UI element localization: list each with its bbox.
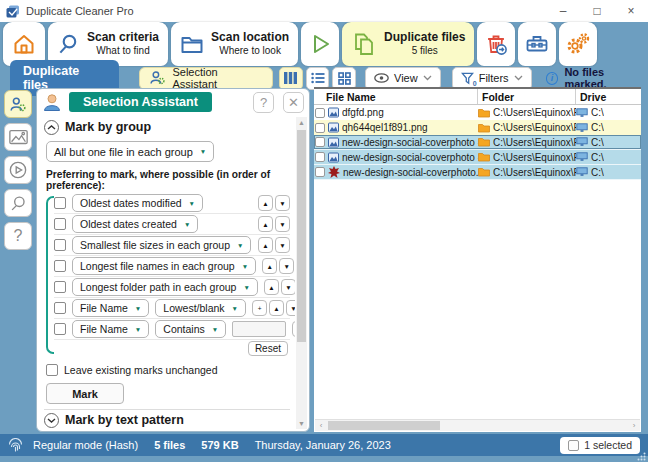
mode-text: Regular mode (Hash) xyxy=(33,439,138,451)
preference-checkbox[interactable] xyxy=(54,281,66,293)
scroll-left-button[interactable]: ‹ xyxy=(315,420,327,431)
mark-by-group-header[interactable]: Mark by group xyxy=(44,117,290,137)
row-checkbox[interactable] xyxy=(315,123,325,133)
preference-option-dropdown[interactable]: Oldest dates modified▼ xyxy=(72,194,203,212)
horizontal-scrollbar[interactable]: ‹ › xyxy=(315,419,640,431)
sidebar-item-help[interactable]: ? xyxy=(4,222,32,250)
field-dropdown[interactable]: File Name▼ xyxy=(72,299,149,317)
column-header-folder[interactable]: Folder xyxy=(478,89,576,104)
field-dropdown[interactable]: File Name▼ xyxy=(72,320,149,338)
preference-checkbox[interactable] xyxy=(54,323,66,335)
chevron-down-icon: ▼ xyxy=(242,263,248,270)
selection-assistant-button-label: Selection Assistant xyxy=(172,66,263,90)
move-down-button[interactable]: ▼ xyxy=(275,237,290,253)
scrollbar-thumb[interactable] xyxy=(328,421,440,430)
move-down-button[interactable]: ▼ xyxy=(281,279,295,295)
move-up-button[interactable]: ▲ xyxy=(262,258,277,274)
drive-icon xyxy=(576,167,588,177)
add-criteria-button[interactable]: + xyxy=(252,300,267,316)
tab-scan-criteria-subtitle: What to find xyxy=(87,45,159,57)
image-file-icon xyxy=(328,137,339,148)
comparator-dropdown[interactable]: Contains▼ xyxy=(155,320,226,338)
detail-view-button[interactable] xyxy=(279,67,303,90)
column-header-file-name[interactable]: File Name xyxy=(314,89,478,104)
add-criteria-button[interactable]: + xyxy=(292,321,295,337)
move-up-button[interactable]: ▲ xyxy=(258,195,273,211)
move-down-button[interactable]: ▼ xyxy=(275,216,290,232)
tab-duplicate-files[interactable]: Duplicate files 5 files xyxy=(342,22,474,66)
collapse-section-icon[interactable] xyxy=(44,120,59,135)
preference-option-dropdown[interactable]: Longest file names in each group▼ xyxy=(72,257,256,275)
image-icon xyxy=(9,129,28,145)
close-button[interactable]: × xyxy=(614,0,648,22)
group-rule-dropdown[interactable]: All but one file in each group ▼ xyxy=(46,141,214,162)
reset-button[interactable]: Reset xyxy=(248,341,288,356)
mark-by-text-pattern-section[interactable]: Mark by text pattern xyxy=(44,409,290,430)
minimize-button[interactable]: – xyxy=(546,0,580,22)
tab-file-removal[interactable] xyxy=(477,22,515,66)
preference-row: Longest file names in each group▼ ▲▼ xyxy=(54,256,290,277)
move-up-button[interactable]: ▲ xyxy=(258,237,273,253)
sidebar-item-image-preview[interactable] xyxy=(4,123,32,151)
preference-checkbox[interactable] xyxy=(54,239,66,251)
tab-run-scan[interactable] xyxy=(301,22,339,66)
sidebar-item-search[interactable] xyxy=(4,189,32,217)
move-up-button[interactable]: ▲ xyxy=(258,216,273,232)
move-down-button[interactable]: ▼ xyxy=(279,258,294,274)
scroll-right-button[interactable]: › xyxy=(628,420,640,431)
maximize-button[interactable]: □ xyxy=(580,0,614,22)
panel-help-button[interactable]: ? xyxy=(253,92,274,113)
comparator-dropdown[interactable]: Lowest/blank▼ xyxy=(155,299,246,317)
total-size: 579 KB xyxy=(201,439,238,451)
row-checkbox[interactable] xyxy=(315,152,325,162)
file-row[interactable]: dfgfd.png C:\Users\Equinox\Pictures\ C:\ xyxy=(314,105,641,120)
row-checkbox[interactable] xyxy=(315,137,325,147)
selection-assistant-button[interactable]: Selection Assistant xyxy=(139,67,273,90)
sidebar-item-play-media[interactable] xyxy=(4,156,32,184)
file-row[interactable]: new-design-social-coverphoto.webp C:\Use… xyxy=(314,165,641,180)
row-checkbox[interactable] xyxy=(315,108,325,118)
move-down-button[interactable]: ▼ xyxy=(275,195,290,211)
tab-settings[interactable] xyxy=(559,22,597,66)
help-icon: ? xyxy=(14,227,23,245)
preference-option-dropdown[interactable]: Longest folder path in each group▼ xyxy=(72,278,258,296)
scroll-down-button[interactable]: ▼ xyxy=(296,418,307,429)
resize-grip[interactable] xyxy=(637,452,646,461)
tab-duplicate-files-subtitle: 5 files xyxy=(384,45,465,57)
move-up-button[interactable]: ▲ xyxy=(264,279,279,295)
selection-checkbox[interactable] xyxy=(568,440,579,451)
panel-scrollbar[interactable]: ▲ ▼ xyxy=(296,117,307,429)
panel-close-button[interactable]: ✕ xyxy=(283,92,304,113)
status-bar: Regular mode (Hash) 5 files 579 KB Thurs… xyxy=(0,434,648,456)
preference-checkbox[interactable] xyxy=(54,218,66,230)
funnel-icon: 0 xyxy=(461,72,474,85)
file-row[interactable]: new-design-social-coverphoto - Copy (2).… xyxy=(314,135,641,150)
row-checkbox[interactable] xyxy=(315,167,325,177)
preference-option-dropdown[interactable]: Oldest dates created▼ xyxy=(72,215,198,233)
preference-option-dropdown[interactable]: Smallest file sizes in each group▼ xyxy=(72,236,251,254)
preference-checkbox[interactable] xyxy=(54,302,66,314)
chevron-down-icon: ▼ xyxy=(232,305,238,312)
sidebar-item-selection-assistant[interactable] xyxy=(4,90,32,118)
preference-row: File Name▼ Contains▼ +▲▼ xyxy=(54,319,290,340)
expand-section-icon[interactable] xyxy=(44,413,59,428)
tab-scan-location[interactable]: Scan location Where to look xyxy=(171,22,298,66)
folder-icon xyxy=(478,108,490,118)
pattern-input[interactable] xyxy=(232,321,286,337)
selection-count-box[interactable]: 1 selected xyxy=(560,437,640,454)
tab-tools[interactable] xyxy=(518,22,556,66)
file-row[interactable]: new-design-social-coverphoto - Copy.jpeg… xyxy=(314,150,641,165)
person-gear-icon xyxy=(9,96,27,113)
scrollbar-thumb[interactable] xyxy=(297,130,306,342)
preference-checkbox[interactable] xyxy=(54,197,66,209)
leave-marks-checkbox[interactable] xyxy=(46,364,58,376)
scroll-up-button[interactable]: ▲ xyxy=(296,117,307,128)
leave-marks-label: Leave existing marks unchanged xyxy=(64,364,218,376)
move-down-button[interactable]: ▼ xyxy=(286,300,295,316)
file-row[interactable]: qh644qel1f891.png C:\Users\Equinox\Pictu… xyxy=(314,120,641,135)
file-name: new-design-social-coverphoto - Copy (2).… xyxy=(342,137,478,148)
move-up-button[interactable]: ▲ xyxy=(269,300,284,316)
mark-button[interactable]: Mark xyxy=(46,383,124,404)
column-header-drive[interactable]: Drive xyxy=(576,89,641,104)
preference-checkbox[interactable] xyxy=(54,260,66,272)
